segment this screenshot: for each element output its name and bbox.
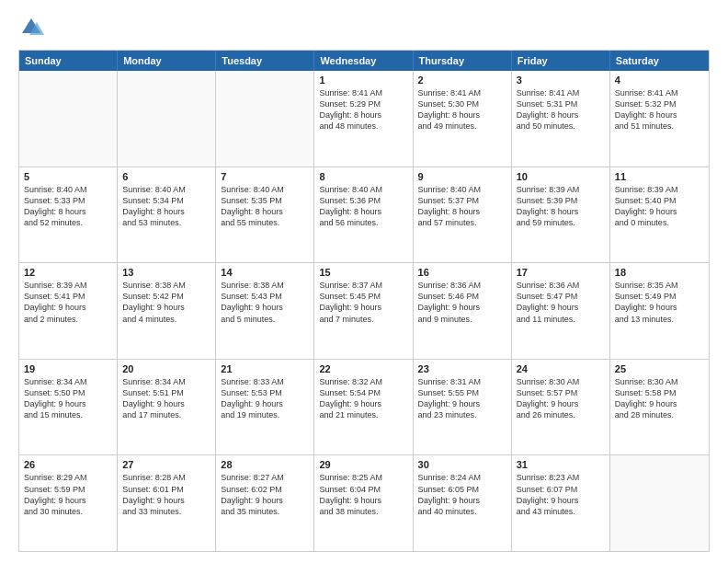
- calendar-cell: 31Sunrise: 8:23 AM Sunset: 6:07 PM Dayli…: [512, 455, 610, 551]
- day-number: 21: [221, 363, 309, 374]
- logo: [18, 15, 48, 40]
- calendar-cell: 20Sunrise: 8:34 AM Sunset: 5:51 PM Dayli…: [118, 360, 216, 455]
- day-number: 5: [24, 171, 112, 182]
- calendar-cell: 16Sunrise: 8:36 AM Sunset: 5:46 PM Dayli…: [414, 263, 512, 359]
- day-content: Sunrise: 8:39 AM Sunset: 5:39 PM Dayligh…: [517, 184, 605, 229]
- day-content: Sunrise: 8:31 AM Sunset: 5:55 PM Dayligh…: [418, 376, 506, 421]
- calendar-cell: 4Sunrise: 8:41 AM Sunset: 5:32 PM Daylig…: [610, 71, 709, 167]
- day-content: Sunrise: 8:39 AM Sunset: 5:40 PM Dayligh…: [615, 184, 704, 229]
- day-content: Sunrise: 8:24 AM Sunset: 6:05 PM Dayligh…: [418, 472, 506, 517]
- calendar-cell: 21Sunrise: 8:33 AM Sunset: 5:53 PM Dayli…: [216, 360, 314, 455]
- day-content: Sunrise: 8:37 AM Sunset: 5:45 PM Dayligh…: [319, 280, 407, 325]
- calendar-cell: 25Sunrise: 8:30 AM Sunset: 5:58 PM Dayli…: [610, 360, 709, 455]
- day-number: 6: [122, 171, 210, 182]
- calendar-cell: 5Sunrise: 8:40 AM Sunset: 5:33 PM Daylig…: [19, 167, 118, 263]
- day-number: 22: [319, 363, 407, 374]
- calendar-body: 1Sunrise: 8:41 AM Sunset: 5:29 PM Daylig…: [19, 71, 709, 551]
- day-number: 2: [418, 75, 506, 86]
- day-content: Sunrise: 8:36 AM Sunset: 5:47 PM Dayligh…: [517, 280, 605, 325]
- calendar-day-header: Saturday: [610, 51, 709, 71]
- day-number: 31: [517, 459, 605, 470]
- day-content: Sunrise: 8:33 AM Sunset: 5:53 PM Dayligh…: [221, 376, 309, 421]
- calendar-cell: 22Sunrise: 8:32 AM Sunset: 5:54 PM Dayli…: [314, 360, 413, 455]
- day-number: 8: [319, 171, 407, 182]
- calendar-cell: 23Sunrise: 8:31 AM Sunset: 5:55 PM Dayli…: [414, 360, 512, 455]
- calendar-cell: 24Sunrise: 8:30 AM Sunset: 5:57 PM Dayli…: [512, 360, 610, 455]
- calendar-day-header: Sunday: [19, 51, 118, 71]
- calendar-cell: 8Sunrise: 8:40 AM Sunset: 5:36 PM Daylig…: [314, 167, 413, 263]
- day-number: 20: [122, 363, 210, 374]
- day-content: Sunrise: 8:40 AM Sunset: 5:37 PM Dayligh…: [418, 184, 506, 229]
- calendar-day-header: Thursday: [414, 51, 512, 71]
- calendar-cell-empty: [610, 455, 709, 551]
- day-content: Sunrise: 8:40 AM Sunset: 5:34 PM Dayligh…: [122, 184, 210, 229]
- day-number: 26: [24, 459, 112, 470]
- day-content: Sunrise: 8:28 AM Sunset: 6:01 PM Dayligh…: [122, 472, 210, 517]
- day-content: Sunrise: 8:34 AM Sunset: 5:50 PM Dayligh…: [24, 376, 112, 421]
- day-number: 10: [517, 171, 605, 182]
- calendar-cell: 11Sunrise: 8:39 AM Sunset: 5:40 PM Dayli…: [610, 167, 709, 263]
- calendar-cell-empty: [118, 71, 216, 167]
- day-number: 19: [24, 363, 112, 374]
- day-number: 17: [517, 267, 605, 278]
- day-number: 13: [122, 267, 210, 278]
- day-number: 18: [615, 267, 704, 278]
- calendar-week: 1Sunrise: 8:41 AM Sunset: 5:29 PM Daylig…: [19, 71, 709, 167]
- calendar-cell: 10Sunrise: 8:39 AM Sunset: 5:39 PM Dayli…: [512, 167, 610, 263]
- day-number: 15: [319, 267, 407, 278]
- day-number: 11: [615, 171, 704, 182]
- calendar-header: SundayMondayTuesdayWednesdayThursdayFrid…: [19, 51, 709, 71]
- calendar-cell: 19Sunrise: 8:34 AM Sunset: 5:50 PM Dayli…: [19, 360, 118, 455]
- day-content: Sunrise: 8:38 AM Sunset: 5:42 PM Dayligh…: [122, 280, 210, 325]
- calendar-day-header: Monday: [118, 51, 216, 71]
- calendar-cell: 13Sunrise: 8:38 AM Sunset: 5:42 PM Dayli…: [118, 263, 216, 359]
- day-content: Sunrise: 8:39 AM Sunset: 5:41 PM Dayligh…: [24, 280, 112, 325]
- calendar-week: 12Sunrise: 8:39 AM Sunset: 5:41 PM Dayli…: [19, 263, 709, 360]
- day-number: 14: [221, 267, 309, 278]
- calendar-cell: 18Sunrise: 8:35 AM Sunset: 5:49 PM Dayli…: [610, 263, 709, 359]
- day-number: 9: [418, 171, 506, 182]
- calendar-cell: 1Sunrise: 8:41 AM Sunset: 5:29 PM Daylig…: [314, 71, 413, 167]
- calendar-cell: 6Sunrise: 8:40 AM Sunset: 5:34 PM Daylig…: [118, 167, 216, 263]
- page-header: [18, 15, 710, 40]
- calendar-week: 26Sunrise: 8:29 AM Sunset: 5:59 PM Dayli…: [19, 455, 709, 551]
- calendar-cell: 3Sunrise: 8:41 AM Sunset: 5:31 PM Daylig…: [512, 71, 610, 167]
- calendar-cell: 15Sunrise: 8:37 AM Sunset: 5:45 PM Dayli…: [314, 263, 413, 359]
- calendar-day-header: Wednesday: [314, 51, 413, 71]
- calendar-cell: 7Sunrise: 8:40 AM Sunset: 5:35 PM Daylig…: [216, 167, 314, 263]
- calendar-cell: 29Sunrise: 8:25 AM Sunset: 6:04 PM Dayli…: [314, 455, 413, 551]
- day-content: Sunrise: 8:40 AM Sunset: 5:36 PM Dayligh…: [319, 184, 407, 229]
- calendar-cell: 27Sunrise: 8:28 AM Sunset: 6:01 PM Dayli…: [118, 455, 216, 551]
- day-content: Sunrise: 8:40 AM Sunset: 5:35 PM Dayligh…: [221, 184, 309, 229]
- calendar-cell: 26Sunrise: 8:29 AM Sunset: 5:59 PM Dayli…: [19, 455, 118, 551]
- calendar-cell-empty: [19, 71, 118, 167]
- day-number: 25: [615, 363, 704, 374]
- day-content: Sunrise: 8:29 AM Sunset: 5:59 PM Dayligh…: [24, 472, 112, 517]
- calendar-cell: 2Sunrise: 8:41 AM Sunset: 5:30 PM Daylig…: [414, 71, 512, 167]
- day-content: Sunrise: 8:30 AM Sunset: 5:58 PM Dayligh…: [615, 376, 704, 421]
- calendar-cell: 14Sunrise: 8:38 AM Sunset: 5:43 PM Dayli…: [216, 263, 314, 359]
- day-number: 28: [221, 459, 309, 470]
- calendar-page: SundayMondayTuesdayWednesdayThursdayFrid…: [0, 0, 728, 563]
- day-content: Sunrise: 8:27 AM Sunset: 6:02 PM Dayligh…: [221, 472, 309, 517]
- day-number: 27: [122, 459, 210, 470]
- calendar: SundayMondayTuesdayWednesdayThursdayFrid…: [18, 50, 710, 552]
- day-number: 7: [221, 171, 309, 182]
- calendar-cell: 17Sunrise: 8:36 AM Sunset: 5:47 PM Dayli…: [512, 263, 610, 359]
- calendar-week: 19Sunrise: 8:34 AM Sunset: 5:50 PM Dayli…: [19, 360, 709, 456]
- day-content: Sunrise: 8:32 AM Sunset: 5:54 PM Dayligh…: [319, 376, 407, 421]
- day-number: 3: [517, 75, 605, 86]
- logo-icon: [18, 15, 44, 40]
- day-number: 23: [418, 363, 506, 374]
- day-number: 1: [319, 75, 407, 86]
- calendar-cell: 12Sunrise: 8:39 AM Sunset: 5:41 PM Dayli…: [19, 263, 118, 359]
- calendar-cell: 28Sunrise: 8:27 AM Sunset: 6:02 PM Dayli…: [216, 455, 314, 551]
- calendar-cell: 9Sunrise: 8:40 AM Sunset: 5:37 PM Daylig…: [414, 167, 512, 263]
- calendar-day-header: Tuesday: [216, 51, 314, 71]
- day-content: Sunrise: 8:35 AM Sunset: 5:49 PM Dayligh…: [615, 280, 704, 325]
- day-number: 4: [615, 75, 704, 86]
- day-content: Sunrise: 8:41 AM Sunset: 5:31 PM Dayligh…: [517, 87, 605, 132]
- day-number: 29: [319, 459, 407, 470]
- calendar-week: 5Sunrise: 8:40 AM Sunset: 5:33 PM Daylig…: [19, 167, 709, 264]
- day-content: Sunrise: 8:41 AM Sunset: 5:30 PM Dayligh…: [418, 87, 506, 132]
